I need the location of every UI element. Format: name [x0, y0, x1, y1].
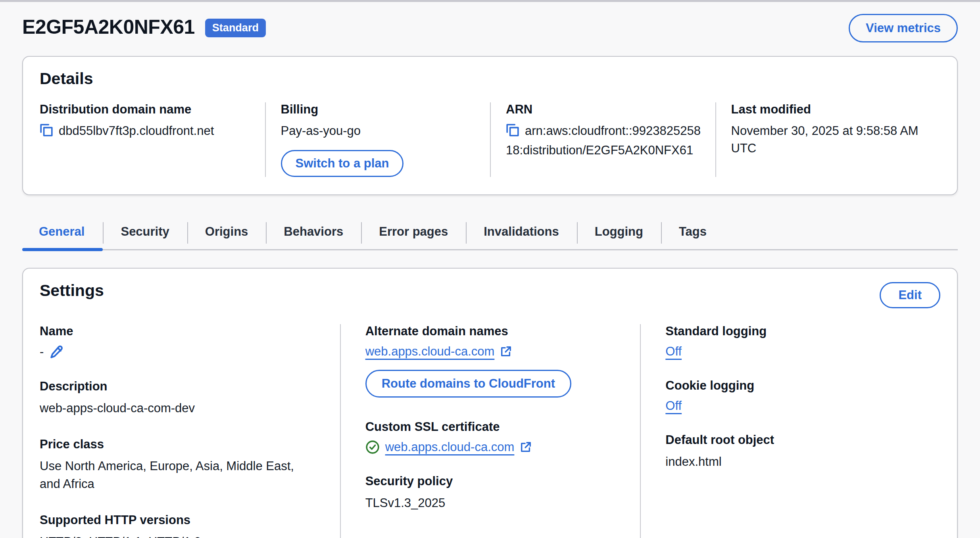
ssl-certificate-link[interactable]: web.apps.cloud-ca.com [385, 440, 515, 454]
settings-column-domains: Alternate domain names web.apps.cloud-ca… [340, 324, 640, 538]
switch-to-plan-button[interactable]: Switch to a plan [281, 150, 404, 177]
field-billing: Billing Pay-as-you-go Switch to a plan [265, 102, 490, 177]
tab-logging[interactable]: Logging [577, 218, 661, 249]
distribution-domain-label: Distribution domain name [40, 102, 254, 117]
field-arn: ARN arn:aws:cloudfront::992382525818:dis… [490, 102, 715, 177]
last-modified-label: Last modified [731, 102, 930, 117]
pencil-icon[interactable] [49, 344, 64, 359]
settings-column-logging: Standard logging Off Cookie logging Off … [640, 324, 940, 538]
group-http-versions: Supported HTTP versions HTTP/2, HTTP/1.1… [40, 513, 324, 538]
tab-origins[interactable]: Origins [187, 218, 266, 249]
cloudfront-distribution-page: E2GF5A2K0NFX61 Standard View metrics Det… [0, 2, 980, 538]
default-root-object-value: index.html [665, 453, 924, 471]
edit-button[interactable]: Edit [880, 282, 940, 308]
group-security-policy: Security policy TLSv1.3_2025 [365, 474, 625, 512]
cookie-logging-label: Cookie logging [665, 379, 924, 393]
settings-card: Settings Edit Name - [22, 268, 958, 538]
field-last-modified: Last modified November 30, 2025 at 9:58:… [715, 102, 941, 177]
arn-label: ARN [506, 102, 704, 117]
page-header: E2GF5A2K0NFX61 Standard View metrics [22, 12, 958, 42]
tab-behaviors[interactable]: Behaviors [266, 218, 361, 249]
details-heading: Details [40, 69, 940, 88]
tab-general[interactable]: General [22, 218, 103, 249]
view-metrics-button[interactable]: View metrics [849, 14, 958, 42]
tab-bar: General Security Origins Behaviors Error… [22, 218, 958, 250]
standard-logging-label: Standard logging [665, 324, 924, 338]
check-circle-icon [365, 440, 380, 454]
page-title: E2GF5A2K0NFX61 [22, 15, 195, 38]
alternate-domains-label: Alternate domain names [365, 324, 625, 338]
http-versions-value: HTTP/2, HTTP/1.1, HTTP/1.0 [40, 533, 324, 538]
external-link-icon[interactable] [520, 441, 532, 453]
standard-logging-link[interactable]: Off [665, 344, 682, 358]
tab-error-pages[interactable]: Error pages [361, 218, 466, 249]
name-value: - [40, 345, 44, 359]
description-label: Description [40, 379, 324, 394]
copy-icon[interactable] [506, 123, 519, 142]
tab-tags[interactable]: Tags [661, 218, 724, 249]
tab-security[interactable]: Security [103, 218, 187, 249]
group-name: Name - [40, 324, 324, 359]
last-modified-value: November 30, 2025 at 9:58:58 AM UTC [731, 122, 930, 157]
alternate-domain-link[interactable]: web.apps.cloud-ca.com [365, 344, 495, 359]
external-link-icon[interactable] [500, 346, 512, 357]
security-policy-value: TLSv1.3_2025 [365, 494, 625, 512]
ssl-certificate-label: Custom SSL certificate [365, 420, 625, 434]
cookie-logging-link[interactable]: Off [665, 399, 682, 413]
field-distribution-domain: Distribution domain name dbd55lbv7ft3p.c… [40, 102, 265, 177]
group-cookie-logging: Cookie logging Off [665, 379, 924, 413]
tab-invalidations[interactable]: Invalidations [466, 218, 576, 249]
price-class-value: Use North America, Europe, Asia, Middle … [40, 457, 317, 493]
http-versions-label: Supported HTTP versions [40, 513, 324, 527]
group-standard-logging: Standard logging Off [665, 324, 924, 359]
group-default-root-object: Default root object index.html [665, 433, 924, 471]
settings-column-general: Name - Description web-apps-cloud-ca-c [40, 324, 340, 538]
group-alternate-domains: Alternate domain names web.apps.cloud-ca… [365, 324, 625, 400]
distribution-domain-value: dbd55lbv7ft3p.cloudfront.net [59, 124, 214, 138]
name-label: Name [40, 324, 324, 338]
status-badge: Standard [205, 19, 266, 37]
price-class-label: Price class [40, 437, 324, 452]
description-value: web-apps-cloud-ca-com-dev [40, 400, 324, 417]
group-price-class: Price class Use North America, Europe, A… [40, 437, 324, 493]
settings-heading: Settings [40, 281, 104, 300]
details-fields: Distribution domain name dbd55lbv7ft3p.c… [40, 102, 940, 177]
details-card: Details Distribution domain name dbd55lb… [22, 56, 958, 195]
settings-grid: Name - Description web-apps-cloud-ca-c [40, 324, 940, 538]
security-policy-label: Security policy [365, 474, 625, 488]
default-root-object-label: Default root object [665, 433, 924, 447]
billing-value: Pay-as-you-go [281, 122, 479, 140]
group-ssl-certificate: Custom SSL certificate web.apps.cloud-ca… [365, 420, 625, 454]
route-domains-button[interactable]: Route domains to CloudFront [365, 370, 571, 398]
arn-value: arn:aws:cloudfront::992382525818:distrib… [506, 124, 701, 157]
group-description: Description web-apps-cloud-ca-com-dev [40, 379, 324, 417]
copy-icon[interactable] [40, 123, 53, 142]
billing-label: Billing [281, 102, 479, 117]
